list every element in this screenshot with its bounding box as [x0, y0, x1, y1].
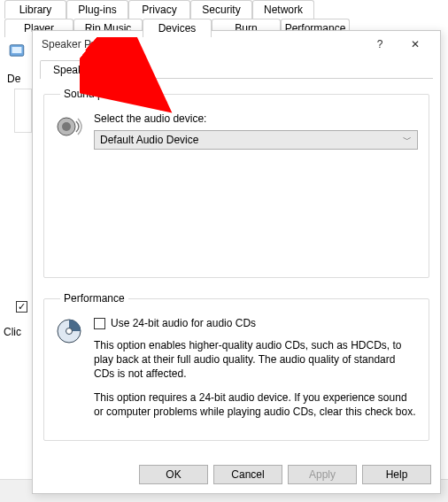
bg-click-label: Clic: [4, 326, 21, 338]
sound-playback-legend: Sound playback: [60, 88, 143, 100]
bg-tabs-row1: Library Plug-ins Privacy Security Networ…: [4, 0, 314, 19]
help-button[interactable]: ?: [362, 32, 398, 57]
chevron-down-icon: ﹀: [403, 134, 412, 146]
bg-tab-plugins[interactable]: Plug-ins: [66, 0, 128, 19]
performance-group: Performance Use 24-bit audio for audio C…: [43, 292, 429, 441]
use-24bit-checkbox[interactable]: [94, 318, 105, 329]
apply-button[interactable]: Apply: [288, 465, 357, 484]
sound-playback-group: Sound playback Select the audio device: …: [43, 88, 429, 278]
dialog-button-row: OK Cancel Apply Help: [139, 465, 431, 484]
svg-rect-1: [12, 47, 21, 53]
bg-checkbox[interactable]: [16, 301, 27, 313]
svg-point-3: [62, 122, 71, 131]
dialog-body: Sound playback Select the audio device: …: [33, 79, 440, 498]
select-audio-device-label: Select the audio device:: [94, 112, 418, 125]
bg-devices-label: De: [7, 73, 20, 85]
bg-devices-list: [14, 89, 32, 133]
bg-tab-security[interactable]: Security: [190, 0, 252, 19]
use-24bit-label: Use 24-bit audio for audio CDs: [111, 317, 256, 329]
dialog-tabstrip: Speakers: [40, 59, 433, 79]
speaker-properties-dialog: Speaker Properties ? ✕ Speakers Sound pl…: [32, 30, 441, 494]
bg-checkbox-row: [16, 301, 27, 313]
tab-speakers[interactable]: Speakers: [40, 60, 112, 79]
ok-button[interactable]: OK: [139, 465, 208, 484]
perf-paragraph-1: This option enables higher-quality audio…: [94, 338, 418, 382]
speaker-icon: [55, 112, 83, 141]
bg-tab-network[interactable]: Network: [252, 0, 314, 19]
bg-device-icon: [7, 41, 29, 63]
help-button-bottom[interactable]: Help: [362, 465, 431, 484]
svg-point-5: [66, 328, 73, 335]
perf-paragraph-2: This option requires a 24-bit audio devi…: [94, 390, 418, 419]
dialog-title: Speaker Properties: [42, 38, 362, 50]
bg-tab-devices[interactable]: Devices: [143, 19, 212, 37]
bg-tab-library[interactable]: Library: [4, 0, 66, 19]
close-button[interactable]: ✕: [398, 32, 433, 57]
performance-legend: Performance: [60, 292, 128, 305]
dialog-titlebar: Speaker Properties ? ✕: [33, 31, 440, 58]
audio-device-value: Default Audio Device: [100, 134, 198, 146]
cancel-button[interactable]: Cancel: [213, 465, 282, 484]
cd-icon: [55, 317, 83, 345]
bg-tab-privacy[interactable]: Privacy: [128, 0, 190, 19]
audio-device-dropdown[interactable]: Default Audio Device ﹀: [94, 130, 418, 150]
